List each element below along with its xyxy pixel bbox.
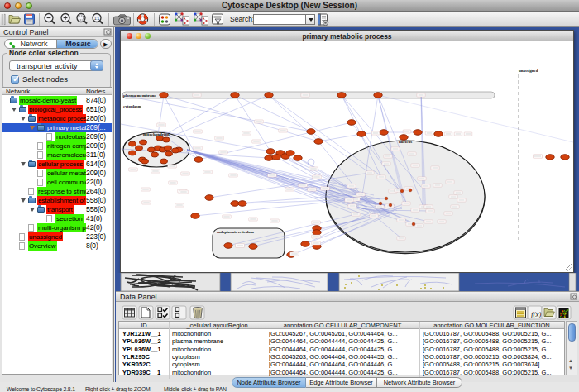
svg-text:nucleus: nucleus xyxy=(399,140,412,144)
svg-text:endoplasmic reticulum: endoplasmic reticulum xyxy=(217,230,254,234)
svg-text:1:1: 1:1 xyxy=(94,17,100,21)
svg-text:unassigned: unassigned xyxy=(519,69,538,73)
svg-text:f(x): f(x) xyxy=(531,310,542,318)
svg-text:mitochondrion: mitochondrion xyxy=(143,132,170,136)
svg-text:cytoplasm: cytoplasm xyxy=(123,104,142,108)
svg-text:plasma membrane: plasma membrane xyxy=(123,93,156,98)
